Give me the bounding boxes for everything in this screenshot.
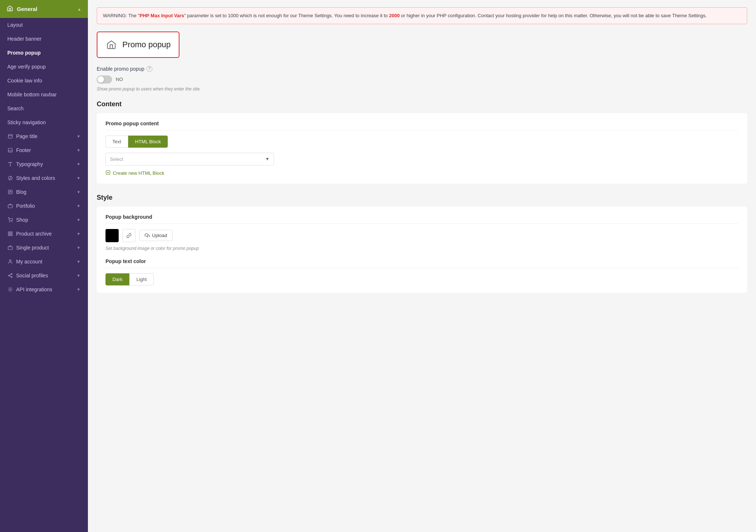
sidebar-item-shop[interactable]: Shop ▼: [0, 213, 88, 227]
warning-text-before: WARNING: The ": [103, 13, 140, 18]
sidebar-item-product-archive[interactable]: Product archive ▼: [0, 227, 88, 241]
styles-icon: [7, 175, 13, 181]
svg-rect-0: [8, 134, 12, 138]
sidebar-item-portfolio[interactable]: Portfolio ▼: [0, 199, 88, 213]
svg-point-21: [8, 275, 10, 276]
svg-point-20: [11, 273, 12, 275]
sidebar-item-page-title[interactable]: Page title ▼: [0, 129, 88, 143]
svg-rect-18: [8, 247, 12, 250]
sidebar-general-label: General: [17, 6, 37, 12]
chevron-down-icon-social: ▼: [77, 273, 81, 278]
enable-toggle[interactable]: [97, 75, 112, 84]
single-product-icon: [7, 245, 13, 251]
chevron-down-icon: ▼: [77, 134, 81, 138]
sidebar-item-blog[interactable]: Blog ▼: [0, 185, 88, 199]
upload-button[interactable]: Upload: [139, 230, 173, 241]
product-archive-icon: [7, 231, 13, 237]
warning-highlight2: 2000: [389, 13, 400, 18]
style-section-heading: Style: [97, 194, 747, 202]
sidebar-item-blog-label: Blog: [16, 189, 26, 195]
light-color-btn[interactable]: Light: [129, 273, 153, 285]
sidebar-item-cookie-law-label: Cookie law info: [7, 78, 42, 84]
sidebar-item-single-product-label: Single product: [16, 245, 49, 251]
svg-rect-15: [11, 232, 12, 233]
warning-banner: WARNING: The "PHP Max Input Vars" parame…: [97, 7, 747, 24]
chevron-down-icon-blog: ▼: [77, 190, 81, 194]
chevron-down-icon-my-account: ▼: [77, 259, 81, 264]
sidebar-item-typography-label: Typography: [16, 161, 43, 167]
sidebar-item-shop-label: Shop: [16, 217, 28, 223]
sidebar-item-my-account[interactable]: My account ▼: [0, 255, 88, 269]
sidebar-item-header-banner-label: Header banner: [7, 36, 41, 42]
help-icon[interactable]: ?: [147, 66, 152, 72]
tab-text[interactable]: Text: [105, 136, 128, 148]
sidebar-item-layout[interactable]: Layout: [0, 18, 88, 32]
warning-text-after: or higher in your PHP configuration. Con…: [400, 13, 707, 18]
bg-color-row: Upload: [105, 229, 738, 242]
sidebar-item-styles-colors[interactable]: Styles and colors ▼: [0, 171, 88, 185]
svg-line-24: [10, 274, 11, 275]
sidebar-item-mobile-navbar[interactable]: Mobile bottom navbar: [0, 88, 88, 101]
bg-color-swatch[interactable]: [105, 229, 119, 242]
toggle-row: NO: [97, 75, 747, 84]
sidebar-item-promo-popup[interactable]: Promo popup: [0, 46, 88, 60]
svg-rect-14: [8, 232, 10, 233]
promo-popup-title: Promo popup: [122, 40, 171, 49]
enable-label-text: Enable promo popup: [97, 66, 144, 72]
content-section-heading: Content: [97, 100, 747, 108]
sidebar-item-sticky-nav[interactable]: Sticky navigation: [0, 115, 88, 129]
svg-point-22: [11, 276, 12, 278]
enable-hint: Show promo popup to users when they ente…: [97, 86, 747, 92]
sidebar-item-social-profiles[interactable]: Social profiles ▼: [0, 269, 88, 282]
sidebar-item-header-banner[interactable]: Header banner: [0, 32, 88, 46]
sidebar-item-api-integrations[interactable]: API integrations ▼: [0, 282, 88, 296]
dark-color-btn[interactable]: Dark: [105, 273, 129, 285]
svg-rect-17: [11, 234, 12, 236]
link-icon-btn[interactable]: [122, 229, 136, 242]
sidebar-item-footer[interactable]: Footer ▼: [0, 143, 88, 157]
sidebar-item-typography[interactable]: Typography ▼: [0, 157, 88, 171]
create-link-icon: [105, 170, 111, 176]
create-html-block-link[interactable]: Create new HTML Block: [105, 170, 164, 176]
tab-html-block[interactable]: HTML Block: [128, 136, 168, 148]
svg-line-23: [10, 276, 11, 277]
chevron-down-icon-api: ▼: [77, 287, 81, 292]
sidebar: General ▲ Layout Header banner Promo pop…: [0, 0, 88, 532]
sidebar-general[interactable]: General ▲: [0, 0, 88, 18]
sidebar-item-sticky-nav-label: Sticky navigation: [7, 119, 46, 125]
sidebar-item-mobile-navbar-label: Mobile bottom navbar: [7, 92, 57, 97]
chevron-down-icon-portfolio: ▼: [77, 204, 81, 208]
sidebar-item-product-archive-label: Product archive: [16, 231, 52, 237]
home-icon: [7, 5, 13, 13]
sidebar-item-single-product[interactable]: Single product ▼: [0, 241, 88, 255]
sidebar-item-layout-label: Layout: [7, 22, 23, 28]
sidebar-item-search[interactable]: Search: [0, 101, 88, 115]
chevron-up-icon: ▲: [77, 7, 81, 11]
toggle-state-label: NO: [116, 77, 123, 82]
api-icon: [7, 287, 13, 292]
html-block-select[interactable]: [105, 153, 274, 166]
create-link-text: Create new HTML Block: [113, 170, 164, 176]
svg-point-13: [12, 222, 12, 222]
sidebar-item-portfolio-label: Portfolio: [16, 203, 35, 209]
svg-rect-2: [8, 148, 12, 152]
sidebar-item-age-verify[interactable]: Age verify popup: [0, 60, 88, 74]
my-account-icon: [7, 259, 13, 265]
page-title-icon: [7, 133, 13, 139]
chevron-down-icon-shop: ▼: [77, 218, 81, 222]
sidebar-item-styles-label: Styles and colors: [16, 175, 55, 181]
bg-card-title: Popup background: [105, 214, 738, 224]
main-content: WARNING: The "PHP Max Input Vars" parame…: [88, 0, 756, 532]
chevron-down-icon-typography: ▼: [77, 162, 81, 166]
sidebar-item-page-title-label: Page title: [16, 133, 37, 139]
sidebar-item-social-profiles-label: Social profiles: [16, 273, 48, 278]
sidebar-item-cookie-law[interactable]: Cookie law info: [0, 74, 88, 88]
typography-icon: [7, 161, 13, 167]
warning-text-middle: " parameter is set to 1000 which is not …: [184, 13, 389, 18]
sidebar-item-my-account-label: My account: [16, 259, 42, 265]
svg-rect-16: [8, 234, 10, 236]
toggle-knob: [97, 76, 104, 83]
shop-icon: [7, 217, 13, 223]
chevron-down-icon-single-product: ▼: [77, 245, 81, 250]
page-header-card: Promo popup: [97, 32, 179, 58]
